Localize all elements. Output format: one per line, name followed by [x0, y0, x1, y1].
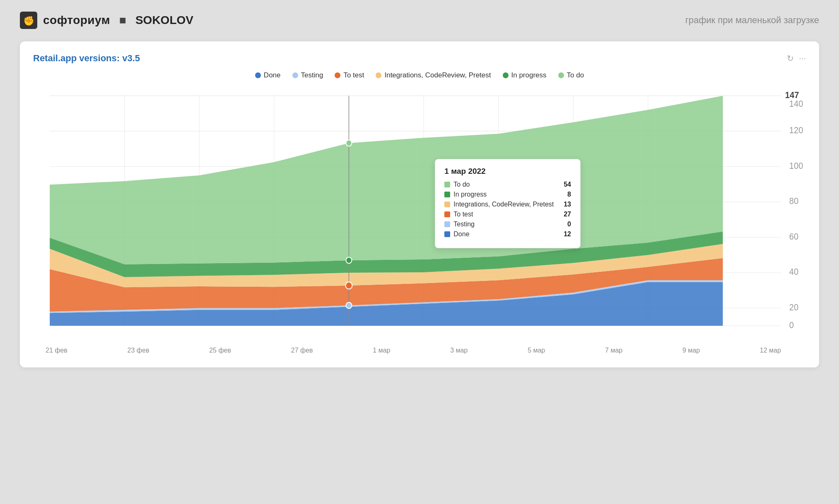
- svg-text:✊: ✊: [23, 15, 35, 26]
- tooltip-row: Testing 0: [444, 221, 571, 228]
- x-axis-label: 9 мар: [682, 347, 700, 354]
- svg-point-35: [346, 140, 352, 146]
- chart-controls: ↻ ···: [787, 53, 806, 63]
- tooltip-date: 1 мар 2022: [444, 167, 571, 176]
- tooltip-row: To test 27: [444, 211, 571, 218]
- logo-area: ✊ софториум ■ SOKOLOV: [20, 12, 193, 29]
- x-axis-label: 25 фев: [209, 347, 231, 354]
- svg-text:147: 147: [785, 90, 799, 100]
- x-axis-label: 3 мар: [450, 347, 468, 354]
- logo-brand: SOKOLOV: [135, 14, 193, 27]
- tooltip-row: Done 12: [444, 230, 571, 238]
- chart-header: Retail.app versions: v3.5 ↻ ···: [33, 53, 806, 64]
- logo-text: софториум: [43, 14, 110, 27]
- x-axis-label: 21 фев: [46, 347, 68, 354]
- svg-text:120: 120: [789, 125, 803, 135]
- chart-legend: DoneTestingTo testIntegrations, CodeRevi…: [33, 71, 806, 79]
- svg-marker-33: [50, 96, 723, 264]
- x-axis-label: 7 мар: [605, 347, 622, 354]
- header-subtitle: график при маленькой загрузке: [685, 15, 819, 26]
- svg-text:0: 0: [789, 320, 794, 330]
- svg-text:80: 80: [789, 196, 798, 206]
- more-icon[interactable]: ···: [799, 53, 806, 63]
- x-axis-label: 5 мар: [528, 347, 545, 354]
- x-axis-label: 23 фев: [128, 347, 149, 354]
- x-axis-label: 1 мар: [373, 347, 390, 354]
- x-axis-label: 12 мар: [760, 347, 781, 354]
- legend-item: Done: [255, 71, 281, 79]
- x-labels: 21 фев23 фев25 фев27 фев1 мар3 мар5 мар7…: [33, 343, 806, 354]
- tooltip-row: Integrations, CodeReview, Pretest 13: [444, 201, 571, 208]
- legend-item: Testing: [292, 71, 323, 79]
- refresh-icon[interactable]: ↻: [787, 53, 794, 63]
- logo-separator: ■: [119, 14, 126, 27]
- chart-svg: 0 20 40 60 80 100 120 140 147: [33, 87, 806, 343]
- svg-text:40: 40: [789, 267, 798, 277]
- chart-area: 0 20 40 60 80 100 120 140 147: [33, 87, 806, 343]
- x-axis-label: 27 фев: [291, 347, 313, 354]
- svg-point-37: [345, 282, 352, 289]
- svg-point-38: [346, 302, 352, 309]
- chart-container: Retail.app versions: v3.5 ↻ ··· DoneTest…: [20, 41, 819, 367]
- logo-icon: ✊: [20, 12, 37, 29]
- svg-text:140: 140: [789, 99, 803, 109]
- legend-item: In progress: [503, 71, 547, 79]
- svg-text:20: 20: [789, 302, 798, 312]
- tooltip-row: To do 54: [444, 181, 571, 188]
- tooltip-row: In progress 8: [444, 191, 571, 198]
- chart-tooltip: 1 мар 2022 To do 54 In progress 8 Integr…: [435, 159, 581, 248]
- legend-item: To do: [558, 71, 584, 79]
- legend-item: To test: [335, 71, 364, 79]
- legend-item: Integrations, CodeReview, Pretest: [376, 71, 491, 79]
- svg-text:100: 100: [789, 161, 803, 170]
- chart-title: Retail.app versions: v3.5: [33, 53, 140, 64]
- page-header: ✊ софториум ■ SOKOLOV график при маленьк…: [0, 0, 839, 37]
- svg-point-36: [346, 257, 352, 264]
- svg-text:60: 60: [789, 231, 798, 241]
